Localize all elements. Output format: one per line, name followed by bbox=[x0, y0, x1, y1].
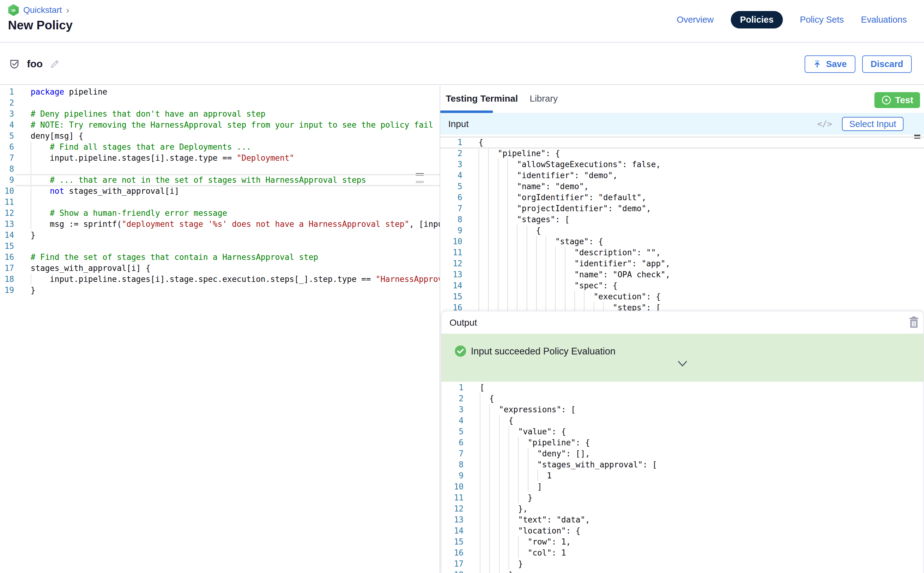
indent-guide bbox=[498, 225, 498, 236]
indent-guide bbox=[480, 448, 480, 459]
indent-guide bbox=[489, 470, 490, 481]
evaluation-result-text: Input succeeded Policy Evaluation bbox=[471, 333, 615, 369]
indent-guide bbox=[546, 247, 546, 258]
test-button[interactable]: Test bbox=[874, 92, 920, 108]
indent-guide bbox=[565, 258, 565, 269]
indent-guide bbox=[517, 258, 517, 269]
nav-overview[interactable]: Overview bbox=[677, 15, 714, 25]
indent-guide bbox=[509, 536, 509, 547]
line-number: 10 bbox=[0, 185, 14, 197]
line-number: 9 bbox=[440, 225, 462, 236]
code-line: 15 "row": 1, bbox=[442, 536, 923, 547]
breadcrumb-link-quickstart[interactable]: Quickstart bbox=[23, 5, 62, 15]
code-line: 18 input.pipeline.stages[i].stage.spec.e… bbox=[0, 274, 440, 285]
indent-guide bbox=[498, 280, 498, 291]
code-line: 2 bbox=[0, 97, 440, 108]
indent-guide bbox=[489, 404, 490, 415]
expand-result-button[interactable] bbox=[677, 360, 688, 368]
indent-guide bbox=[480, 503, 480, 514]
indent-guide bbox=[479, 236, 479, 247]
nav-policies[interactable]: Policies bbox=[731, 11, 783, 28]
indent-guide bbox=[509, 448, 509, 459]
indent-guide bbox=[480, 470, 480, 481]
code-line: 15 bbox=[0, 241, 440, 252]
line-number: 13 bbox=[442, 514, 464, 525]
nav-policy-sets[interactable]: Policy Sets bbox=[800, 15, 844, 25]
code-line: 4# NOTE: Try removing the HarnessApprova… bbox=[0, 119, 440, 130]
indent-guide bbox=[31, 152, 31, 163]
line-number: 18 bbox=[0, 274, 14, 285]
indent-guide bbox=[489, 481, 490, 492]
clear-output-button[interactable] bbox=[909, 316, 919, 330]
indent-guide bbox=[31, 208, 31, 219]
save-button[interactable]: Save bbox=[805, 55, 855, 73]
page-header: ∞ Quickstart › New Policy Overview Polic… bbox=[0, 0, 924, 42]
top-nav: Overview Policies Policy Sets Evaluation… bbox=[677, 11, 907, 28]
code-line: 16 "steps": [ bbox=[440, 302, 924, 311]
code-line: 14 "spec": { bbox=[440, 280, 924, 291]
output-json-viewer[interactable]: 1[2 {3 "expressions": [4 {5 "value": {6 … bbox=[442, 382, 923, 573]
indent-guide bbox=[509, 437, 509, 448]
code-line: 8 bbox=[0, 163, 440, 174]
line-number: 15 bbox=[442, 536, 464, 547]
indent-guide bbox=[498, 258, 498, 269]
policy-identity: foo bbox=[9, 43, 60, 85]
indent-guide bbox=[565, 291, 565, 302]
code-view-icon[interactable]: </> bbox=[817, 113, 832, 135]
code-line: 1[ bbox=[442, 382, 923, 393]
line-number: 13 bbox=[440, 269, 462, 280]
indent-guide bbox=[499, 448, 500, 459]
play-circle-icon bbox=[881, 95, 891, 105]
indent-guide bbox=[480, 437, 480, 448]
page-title: New Policy bbox=[8, 18, 72, 32]
policy-code-editor[interactable]: 1package pipeline23# Deny pipelines that… bbox=[0, 85, 440, 573]
indent-guide bbox=[526, 269, 527, 280]
nav-evaluations[interactable]: Evaluations bbox=[861, 15, 907, 25]
indent-guide bbox=[499, 525, 500, 536]
line-number: 4 bbox=[0, 119, 14, 130]
toolbar-buttons: Save Discard bbox=[805, 43, 912, 85]
line-number: 6 bbox=[440, 192, 462, 203]
tab-library[interactable]: Library bbox=[530, 93, 558, 104]
tab-testing-terminal[interactable]: Testing Terminal bbox=[446, 93, 518, 104]
code-line: 5 "value": { bbox=[442, 426, 923, 437]
indent-guide bbox=[489, 448, 490, 459]
indent-guide bbox=[509, 514, 509, 525]
indent-guide bbox=[498, 269, 498, 280]
indent-guide bbox=[479, 280, 479, 291]
indent-guide bbox=[528, 448, 528, 459]
indent-guide bbox=[489, 503, 490, 514]
indent-guide bbox=[480, 547, 480, 558]
indent-guide bbox=[31, 185, 31, 197]
input-section-header: Input </> Select Input bbox=[440, 113, 924, 135]
indent-guide bbox=[537, 470, 538, 481]
indent-guide bbox=[498, 291, 498, 302]
line-number: 16 bbox=[0, 252, 14, 263]
code-line: 10 not stages_with_approval[i] bbox=[0, 185, 440, 197]
input-json-editor[interactable]: 1{2 "pipeline": {3 "allowStageExecutions… bbox=[440, 135, 924, 311]
indent-guide bbox=[507, 203, 508, 214]
line-number: 15 bbox=[440, 291, 462, 302]
select-input-button[interactable]: Select Input bbox=[842, 117, 904, 131]
code-line: 2 { bbox=[442, 393, 923, 404]
indent-guide bbox=[584, 291, 584, 302]
indent-guide bbox=[480, 393, 480, 404]
discard-button[interactable]: Discard bbox=[862, 55, 912, 73]
indent-guide bbox=[489, 459, 490, 470]
indent-guide bbox=[498, 159, 498, 170]
indent-guide bbox=[536, 302, 537, 311]
line-number: 18 bbox=[442, 569, 464, 573]
indent-guide bbox=[509, 503, 509, 514]
indent-guide bbox=[31, 219, 31, 230]
indent-guide bbox=[507, 181, 508, 192]
edit-pencil-icon[interactable] bbox=[49, 58, 60, 69]
evaluation-result-banner: Input succeeded Policy Evaluation bbox=[442, 333, 923, 382]
indent-guide bbox=[526, 302, 527, 311]
indent-guide bbox=[526, 291, 527, 302]
line-number: 11 bbox=[442, 492, 464, 503]
code-line: 7 "projectIdentifier": "demo", bbox=[440, 203, 924, 214]
indent-guide bbox=[488, 170, 489, 181]
indent-guide bbox=[518, 437, 518, 448]
indent-guide bbox=[509, 492, 509, 503]
line-number: 7 bbox=[0, 152, 14, 163]
